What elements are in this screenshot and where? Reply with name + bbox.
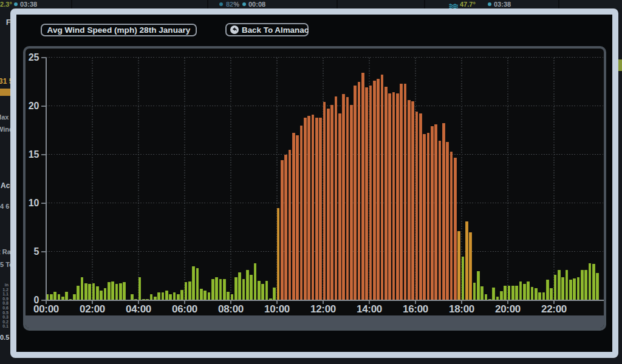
wind-bar (81, 277, 84, 300)
wind-bar (265, 281, 268, 300)
wind-bar (531, 287, 534, 300)
gridline-x (553, 58, 555, 301)
wind-bar (500, 291, 503, 300)
wind-bar (215, 277, 218, 300)
wind-bar (473, 283, 476, 300)
y-axis-label: 25 (21, 53, 39, 62)
wind-bar (400, 84, 403, 300)
wind-bar (354, 86, 357, 300)
wind-bar (442, 123, 445, 300)
wind-bar (384, 87, 388, 300)
gridline-x (92, 58, 93, 301)
wind-bar (234, 277, 238, 300)
wind-bar (200, 289, 203, 300)
wind-bar (289, 150, 292, 300)
x-axis-label: 02:00 (74, 305, 111, 314)
wind-bar (504, 286, 507, 300)
wind-bar (581, 270, 584, 300)
top-left-time: 03:38 (20, 1, 37, 8)
bg-highlight-row (0, 89, 10, 96)
wind-bar (196, 268, 199, 300)
wind-bar (250, 275, 253, 300)
wind-bar (223, 279, 226, 300)
wind-bar (373, 81, 376, 300)
wind-bar (192, 266, 195, 300)
y-axis-label: 5 (21, 247, 39, 257)
wind-bar (411, 101, 414, 300)
bg-fragment: t Ra (0, 248, 11, 255)
wind-bar (569, 280, 572, 300)
wind-bar (365, 87, 368, 300)
bg-fragment: Ac (1, 181, 10, 190)
bg-fragment: 0.5 (0, 334, 9, 341)
wind-bar (100, 291, 103, 300)
wind-bar (423, 134, 426, 300)
top-middle-time: 00:08 (248, 1, 265, 8)
dot-icon (14, 2, 18, 6)
wind-bar (180, 290, 183, 300)
divider (207, 0, 208, 8)
wind-bar (477, 271, 480, 300)
wind-bar (515, 286, 518, 300)
wind-bar (111, 281, 114, 300)
wind-bar (211, 279, 214, 300)
wind-bar (123, 282, 126, 300)
wind-bar (254, 263, 257, 300)
x-axis-label: 20:00 (490, 305, 526, 314)
wind-bar (104, 288, 107, 300)
wind-bar (573, 278, 576, 300)
wind-bar (596, 273, 599, 300)
top-left-temp: 32.3° (0, 1, 12, 8)
x-axis-label: 10:00 (259, 305, 295, 314)
dot-icon (488, 2, 491, 6)
x-axis-label: 16:00 (397, 305, 434, 314)
x-axis-label: 04:00 (120, 305, 157, 314)
chart-footer-bar (26, 315, 604, 328)
bg-fragment: Max (0, 113, 9, 121)
wind-bar (258, 281, 261, 300)
wind-bar (138, 277, 142, 300)
wind-bar (404, 84, 407, 300)
wind-bar (462, 257, 465, 300)
dot-icon (242, 2, 246, 6)
wind-bar (566, 270, 569, 300)
wind-bar (388, 93, 391, 300)
wind-bar (527, 281, 530, 300)
wind-bar (277, 208, 280, 300)
wind-bar (358, 82, 361, 300)
wind-bar (119, 283, 122, 300)
wind-bar (115, 284, 118, 300)
wind-bar (304, 118, 307, 300)
top-right-temp: 47.7° (460, 1, 476, 8)
bg-fragment: 4 6 (0, 203, 9, 210)
back-arrow-icon (230, 25, 239, 34)
wind-bar (203, 291, 207, 300)
wind-bar (546, 280, 549, 300)
wind-bar (511, 286, 514, 300)
x-axis-line (46, 300, 604, 301)
wind-bar (523, 284, 526, 300)
back-to-almanac-button[interactable]: Back To Almanac (225, 23, 309, 36)
dot-icon (219, 2, 223, 6)
x-axis-label: 18:00 (443, 305, 480, 314)
bg-mini-column: in1.21.10.90.80.60.50.30.20.1 (0, 283, 9, 329)
chart-title-button[interactable]: Avg Wind Speed (mph) 28th January (41, 24, 197, 36)
wind-bar (408, 100, 411, 300)
wind-bar (377, 79, 380, 300)
gridline-x (184, 58, 185, 301)
wind-bar (350, 105, 353, 300)
wind-bar (554, 275, 557, 300)
divider (424, 0, 425, 8)
wind-bar (296, 135, 299, 300)
wind-bar (188, 281, 191, 300)
wind-bar (77, 286, 80, 300)
wind-bar (361, 73, 364, 300)
wind-bar (550, 288, 553, 300)
wind-bar (396, 93, 399, 300)
wind-bar (330, 105, 333, 300)
chart-container: 051015202500:0002:0004:0006:0008:0010:00… (23, 46, 606, 331)
wind-bar (185, 282, 188, 300)
wind-bar (434, 124, 437, 300)
wind-bar (558, 270, 561, 300)
wind-bar (369, 86, 372, 300)
